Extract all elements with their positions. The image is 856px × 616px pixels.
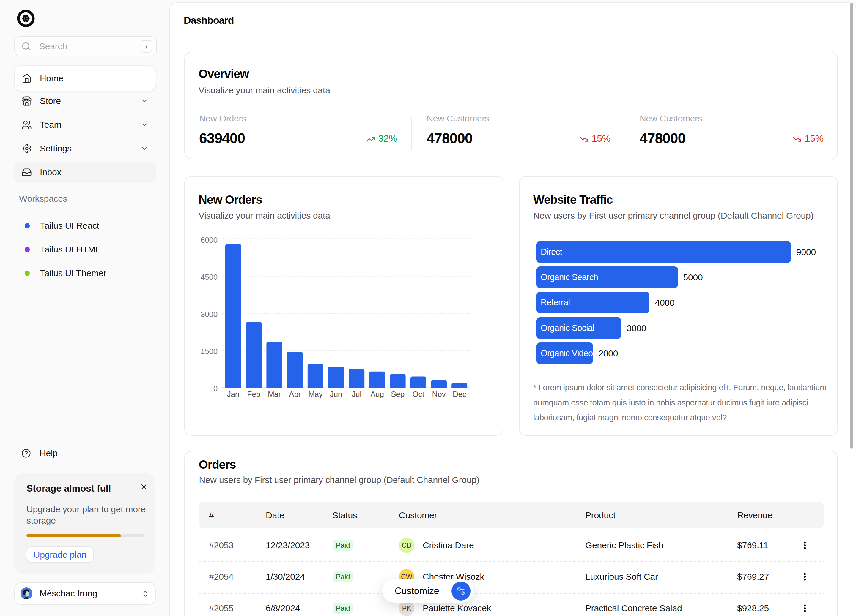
svg-text:0: 0	[213, 384, 217, 393]
svg-text:Jun: Jun	[330, 390, 342, 399]
svg-text:Dec: Dec	[453, 390, 466, 399]
svg-text:3000: 3000	[201, 310, 217, 319]
svg-text:1500: 1500	[201, 347, 217, 356]
svg-text:Aug: Aug	[370, 390, 384, 399]
svg-text:Mar: Mar	[268, 390, 281, 399]
svg-text:Feb: Feb	[247, 390, 260, 399]
svg-text:Apr: Apr	[289, 390, 301, 399]
svg-text:Sep: Sep	[391, 390, 405, 399]
svg-text:Nov: Nov	[432, 390, 446, 399]
svg-text:Oct: Oct	[412, 390, 425, 399]
svg-text:Jul: Jul	[352, 390, 362, 399]
svg-text:6000: 6000	[201, 235, 217, 244]
svg-text:May: May	[308, 390, 323, 399]
svg-text:4500: 4500	[201, 273, 217, 281]
svg-text:Jan: Jan	[227, 390, 239, 399]
